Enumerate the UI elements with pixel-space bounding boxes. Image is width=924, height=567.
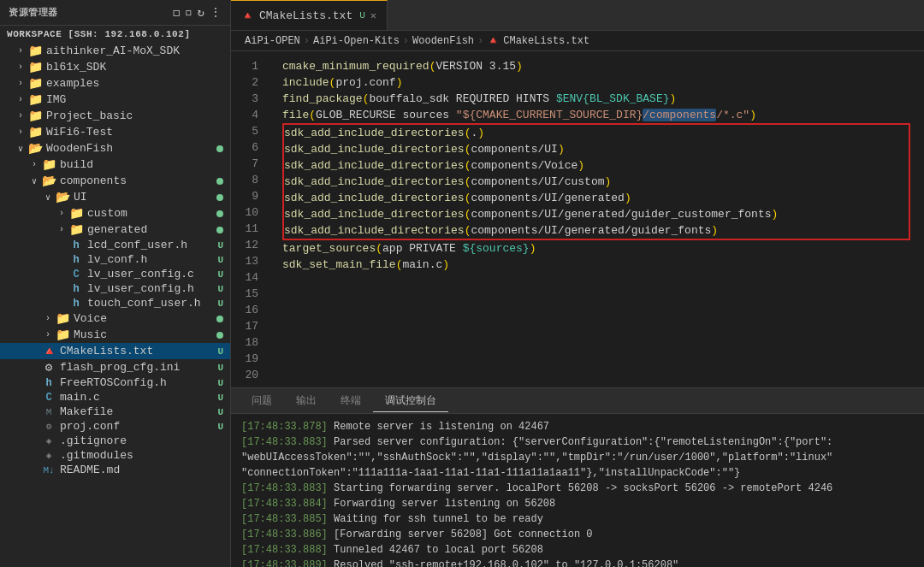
tab-problems[interactable]: 问题 — [240, 390, 284, 412]
tree-item-aithinker[interactable]: › 📁 aithinker_AI-MoX_SDK — [0, 43, 230, 59]
new-folder-icon[interactable]: ◽ — [185, 5, 192, 20]
git-badge: U — [217, 363, 223, 373]
chevron-right-icon: › — [41, 330, 55, 340]
tree-item-woodenfish[interactable]: ∨ 📂 WoodenFish — [0, 140, 230, 157]
code-line-11: sdk_add_include_directories(components/V… — [284, 157, 909, 174]
terminal-line: [17:48:33.886] [Forwarding server 56208]… — [241, 527, 914, 542]
new-file-icon[interactable]: ◻ — [173, 5, 180, 20]
folder-icon: 📁 — [27, 76, 43, 91]
chevron-right-icon: › — [41, 314, 55, 323]
highlight-region: sdk_add_include_directories(.) sdk_add_i… — [282, 123, 910, 240]
refresh-icon[interactable]: ↻ — [198, 5, 204, 20]
breadcrumb-cmake-icon: 🔺 — [487, 34, 500, 47]
tree-item-label: examples — [46, 77, 230, 90]
tab-terminal[interactable]: 终端 — [329, 390, 373, 412]
workspace-label: WORKSPACE [SSH: 192.168.0.102] — [7, 29, 191, 39]
breadcrumb-part-3[interactable]: WoodenFish — [412, 35, 474, 47]
git-badge: U — [217, 407, 223, 417]
tree-item-label: components — [60, 174, 216, 187]
breadcrumb-part-2[interactable]: AiPi-Open-Kits — [313, 35, 400, 47]
modified-dot — [216, 227, 223, 233]
modified-dot — [216, 210, 223, 217]
tree-item-gitmodules[interactable]: › ◈ .gitmodules — [0, 448, 230, 463]
tree-item-examples[interactable]: › 📁 examples — [0, 75, 230, 92]
folder-icon: 📁 — [27, 44, 43, 58]
tree-item-lcd-conf[interactable]: › h lcd_conf_user.h U — [0, 238, 230, 252]
tree-item-label: WiFi6-Test — [46, 126, 230, 139]
tree-item-label: README.md — [60, 464, 230, 476]
tree-item-wifi[interactable]: › 📁 WiFi6-Test — [0, 124, 230, 140]
modified-dot — [216, 316, 223, 322]
tree-item-img[interactable]: › 📁 IMG — [0, 92, 230, 108]
tab-close-button[interactable]: ✕ — [370, 9, 376, 22]
terminal-line: [17:48:33.889] Resolved "ssh-remote+192.… — [241, 558, 914, 567]
tree-item-label: WoodenFish — [46, 142, 216, 155]
tree-item-makefile[interactable]: › M Makefile U — [0, 405, 230, 419]
tree-item-ui[interactable]: ∨ 📂 UI — [0, 189, 230, 205]
tree-item-custom[interactable]: › 📁 custom — [0, 205, 230, 221]
terminal-content[interactable]: [17:48:33.878] Remote server is listenin… — [231, 414, 924, 567]
cmake-tab-icon: 🔺 — [241, 9, 254, 22]
git-badge: U — [217, 378, 223, 388]
tab-cmakelists[interactable]: 🔺 CMakeLists.txt U ✕ — [231, 0, 388, 30]
folder-icon: 📁 — [55, 328, 70, 342]
tree-item-components[interactable]: ∨ 📂 components — [0, 173, 230, 189]
tree-item-main[interactable]: › C main.c U — [0, 390, 230, 405]
chevron-right-icon: › — [14, 46, 27, 56]
tree-item-label: bl61x_SDK — [46, 61, 230, 74]
git-badge: U — [217, 393, 223, 403]
git-badge: U — [217, 298, 223, 309]
collapse-icon[interactable]: ⋮ — [210, 5, 222, 20]
tree-item-music[interactable]: › 📁 Music — [0, 327, 230, 343]
tree-item-freertos[interactable]: › h FreeRTOSConfig.h U — [0, 375, 230, 390]
tree-item-touch-conf[interactable]: › h touch_conf_user.h U — [0, 296, 230, 310]
breadcrumb-part-1[interactable]: AiPi-OPEN — [245, 35, 300, 47]
folder-open-icon: 📂 — [55, 190, 70, 204]
tree-item-build[interactable]: › 📁 build — [0, 157, 230, 173]
h-file-icon: h — [41, 377, 56, 389]
tree-item-label: flash_prog_cfg.ini — [60, 361, 217, 374]
folder-icon: 📁 — [27, 92, 43, 107]
tree-item-flash[interactable]: › ⚙ flash_prog_cfg.ini U — [0, 359, 230, 375]
code-line-9: sdk_add_include_directories(.) — [284, 125, 909, 141]
terminal-line: [17:48:33.888] Tunneled 42467 to local p… — [241, 542, 914, 558]
tree-item-label: main.c — [60, 391, 217, 404]
tree-item-cmakelists[interactable]: › 🔺 CMakeLists.txt U — [0, 343, 230, 359]
cmake-icon: 🔺 — [41, 344, 56, 358]
sidebar-header-title: 资源管理器 — [9, 6, 58, 19]
tab-debug-console[interactable]: 调试控制台 — [373, 390, 448, 412]
tree-item-label: IMG — [46, 93, 230, 106]
tree-item-voice[interactable]: › 📁 Voice — [0, 310, 230, 327]
tree-item-gitignore[interactable]: › ◈ .gitignore — [0, 434, 230, 448]
tree-item-label: touch_conf_user.h — [87, 297, 217, 310]
tree-item-generated[interactable]: › 📁 generated — [0, 221, 230, 238]
breadcrumb: AiPi-OPEN › AiPi-Open-Kits › WoodenFish … — [231, 31, 924, 51]
chevron-right-icon: › — [27, 160, 41, 169]
code-line-13: sdk_add_include_directories(components/U… — [284, 190, 909, 206]
tree-item-project[interactable]: › 📁 Project_basic — [0, 108, 230, 124]
tree-item-lv-conf[interactable]: › h lv_conf.h U — [0, 252, 230, 267]
tree-item-lv-user-c[interactable]: › C lv_user_config.c U — [0, 267, 230, 281]
tree-item-label: aithinker_AI-MoX_SDK — [46, 44, 230, 57]
folder-icon: 📁 — [55, 311, 70, 326]
code-line-3: include(proj.conf) — [282, 74, 924, 91]
tree-item-label: build — [60, 158, 230, 171]
modified-dot — [216, 194, 223, 201]
folder-icon: 📁 — [68, 222, 84, 237]
tree-item-proj-conf[interactable]: › ⚙ proj.conf U — [0, 419, 230, 434]
conf-icon: ⚙ — [41, 421, 56, 432]
tree-item-bl61x[interactable]: › 📁 bl61x_SDK — [0, 59, 230, 75]
chevron-right-icon: › — [55, 225, 68, 234]
modified-dot — [216, 332, 223, 339]
breadcrumb-part-4[interactable]: CMakeLists.txt — [503, 35, 589, 47]
code-content[interactable]: cmake_minimum_required(VERSION 3.15) inc… — [269, 51, 924, 387]
tree-item-label: Music — [74, 328, 216, 341]
tab-output[interactable]: 输出 — [284, 390, 329, 412]
code-line-5: find_package(bouffalo_sdk REQUIRED HINTS… — [282, 91, 924, 107]
sidebar-header: 资源管理器 ◻ ◽ ↻ ⋮ — [0, 0, 230, 26]
folder-open-icon: 📂 — [27, 141, 43, 156]
tree-item-lv-user-h[interactable]: › h lv_user_config.h U — [0, 281, 230, 296]
chevron-right-icon: › — [14, 127, 27, 137]
tree-item-readme[interactable]: › M↓ README.md — [0, 463, 230, 477]
tree-item-label: Voice — [74, 312, 216, 325]
